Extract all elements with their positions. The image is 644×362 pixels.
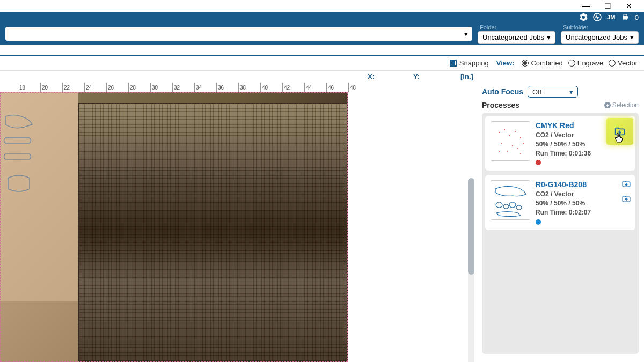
laser-bed-image (0, 92, 348, 362)
subfolder-select[interactable]: Uncategorized Jobs▾ (561, 31, 639, 44)
gear-icon[interactable] (579, 13, 588, 21)
svg-point-9 (501, 143, 502, 144)
svg-point-12 (507, 151, 508, 152)
svg-point-5 (504, 129, 505, 130)
activity-icon[interactable] (593, 13, 602, 21)
svg-point-15 (520, 153, 521, 154)
window-titlebar: — ☐ ✕ (0, 0, 644, 12)
close-button[interactable]: ✕ (618, 0, 640, 12)
svg-point-18 (509, 202, 516, 208)
main-area: 18 20 22 24 26 28 30 32 34 36 38 40 42 4… (0, 83, 644, 362)
view-options-row: Snapping View: Combined Engrave Vector (0, 56, 644, 71)
maximize-button[interactable]: ☐ (597, 0, 618, 12)
svg-point-11 (517, 148, 518, 149)
folder-export-icon (621, 194, 631, 204)
svg-rect-3 (624, 18, 627, 20)
process-card[interactable]: CMYK Red CO2 / Vector 50% / 50% / 50% Ru… (485, 116, 635, 171)
svg-point-4 (499, 132, 500, 133)
export-settings-button[interactable] (621, 194, 631, 204)
subfolder-label: Subfolder (561, 24, 639, 31)
coordinate-readout: X: Y: [in.] (0, 71, 644, 83)
process-runtime: Run Time: 0:02:07 (536, 208, 630, 217)
process-list: CMYK Red CO2 / Vector 50% / 50% / 50% Ru… (482, 113, 639, 354)
svg-point-7 (515, 131, 516, 132)
view-radio-group: Combined Engrave Vector (522, 59, 638, 67)
cut-shapes-overlay (3, 114, 40, 221)
svg-point-8 (520, 137, 521, 138)
top-icon-bar: JM 0 (0, 12, 644, 23)
view-vector-radio[interactable]: Vector (609, 59, 638, 67)
process-color-dot (536, 219, 541, 225)
x-label: X: (368, 72, 375, 80)
add-selection-button[interactable]: + Selection (604, 101, 639, 109)
y-label: Y: (413, 72, 420, 80)
folder-select[interactable]: Uncategorized Jobs▾ (478, 31, 555, 44)
user-initials-icon[interactable]: JM (607, 13, 616, 21)
svg-point-10 (512, 145, 513, 146)
canvas-scrollbar[interactable] (468, 178, 474, 362)
canvas-viewport[interactable] (0, 92, 477, 362)
autofocus-select[interactable]: Off▾ (528, 86, 578, 98)
snapping-checkbox[interactable]: Snapping (450, 59, 489, 67)
svg-point-13 (523, 143, 524, 144)
folder-import-icon (621, 179, 631, 189)
scrollbar-thumb[interactable] (468, 178, 474, 275)
jobs-count: 0 (635, 13, 639, 21)
plus-icon: + (604, 102, 611, 108)
folder-label: Folder (478, 24, 555, 31)
process-name: R0-G140-B208 (536, 180, 630, 189)
minimize-button[interactable]: — (575, 0, 597, 12)
process-runtime: Run Time: 0:01:36 (536, 149, 630, 158)
process-card[interactable]: R0-G140-B208 CO2 / Vector 50% / 50% / 50… (485, 175, 635, 230)
view-engrave-radio[interactable]: Engrave (568, 59, 603, 67)
process-params: 50% / 50% / 50% (536, 199, 630, 208)
view-combined-radio[interactable]: Combined (522, 59, 562, 67)
process-color-dot (536, 160, 541, 165)
process-type: CO2 / Vector (536, 190, 630, 199)
autofocus-label: Auto Focus (482, 87, 523, 96)
svg-rect-2 (624, 14, 627, 16)
svg-point-6 (509, 135, 510, 136)
right-sidebar: Auto Focus Off▾ Processes + Selection (477, 83, 644, 362)
job-selector-row: ▾ Folder Uncategorized Jobs▾ Subfolder U… (0, 23, 644, 45)
svg-point-16 (496, 202, 502, 208)
import-settings-button[interactable] (606, 118, 633, 145)
process-thumbnail (491, 180, 530, 220)
horizontal-ruler: 18 20 22 24 26 28 30 32 34 36 38 40 42 4… (0, 83, 477, 92)
svg-point-19 (516, 205, 522, 210)
process-thumbnail (491, 121, 530, 161)
printer-icon[interactable] (621, 13, 630, 21)
svg-point-17 (503, 204, 509, 209)
job-dropdown[interactable]: ▾ (5, 27, 472, 41)
svg-point-14 (499, 151, 500, 152)
import-settings-button[interactable] (621, 179, 631, 189)
unit-label: [in.] (460, 72, 473, 80)
processes-heading: Processes (482, 101, 519, 109)
folder-import-icon (614, 125, 626, 137)
spacer-bar (0, 45, 644, 56)
view-label: View: (496, 59, 515, 67)
